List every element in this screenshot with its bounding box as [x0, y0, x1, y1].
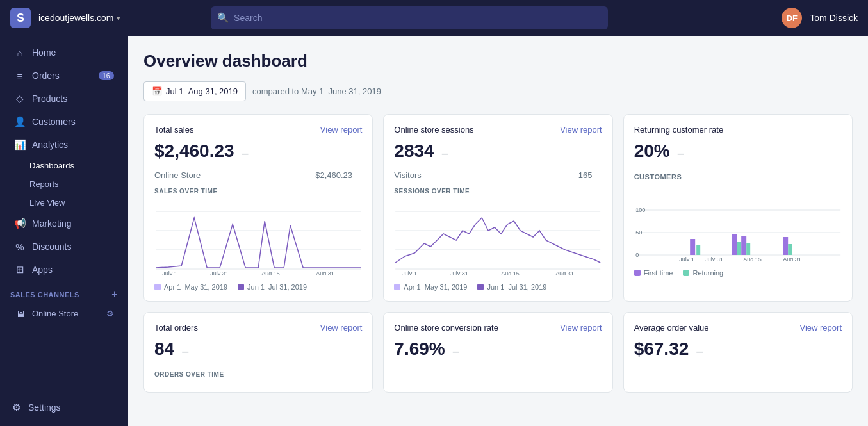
sidebar-label-apps: Apps: [32, 265, 53, 275]
sessions-value: 2834: [394, 141, 434, 161]
products-icon: ◇: [14, 93, 26, 104]
conversion-view-report[interactable]: View report: [560, 323, 602, 332]
svg-rect-23: [732, 234, 737, 255]
avg-order-view-report[interactable]: View report: [799, 323, 842, 332]
total-sales-value: $2,460.23: [154, 141, 234, 161]
visitors-label: Visitors: [394, 170, 421, 180]
sessions-view-report[interactable]: View report: [560, 125, 602, 135]
apps-icon: ⊞: [14, 264, 26, 275]
reports-label: Reports: [29, 179, 59, 189]
shopify-logo: S: [10, 8, 31, 28]
customers-chart-label: CUSTOMERS: [634, 173, 842, 181]
online-store-settings-icon[interactable]: ⚙: [106, 309, 114, 318]
sidebar-item-products[interactable]: ◇ Products: [4, 87, 124, 110]
orders-chart-label: ORDERS OVER TIME: [154, 371, 362, 378]
marketing-icon: 📢: [14, 218, 26, 229]
search-input[interactable]: [211, 6, 608, 29]
sidebar-item-customers[interactable]: 👤 Customers: [4, 110, 124, 133]
sidebar-label-products: Products: [32, 94, 67, 104]
svg-text:Aug 15: Aug 15: [261, 270, 280, 275]
live-view-label: Live View: [29, 198, 65, 208]
svg-rect-26: [696, 245, 700, 255]
svg-text:Aug 15: Aug 15: [501, 270, 520, 275]
online-store-sub-value: $2,460.23: [315, 170, 352, 180]
svg-rect-24: [741, 236, 746, 255]
discounts-icon: %: [14, 241, 26, 252]
sidebar-item-apps[interactable]: ⊞ Apps: [4, 258, 124, 281]
sessions-legend-1: Apr 1–May 31, 2019: [404, 283, 467, 291]
returning-legend-1: First-time: [644, 269, 673, 277]
sidebar-item-analytics[interactable]: 📊 Analytics: [4, 133, 124, 156]
analytics-icon: 📊: [14, 139, 26, 151]
svg-text:Aug 15: Aug 15: [743, 256, 762, 261]
date-range-label: Jul 1–Aug 31, 2019: [166, 86, 238, 96]
total-sales-dash: –: [242, 147, 249, 160]
visitors-dash: –: [597, 170, 602, 180]
sidebar-item-marketing[interactable]: 📢 Marketing: [4, 212, 124, 235]
returning-legend: First-time Returning: [634, 269, 842, 277]
sidebar-item-live-view[interactable]: Live View: [4, 193, 124, 212]
sessions-legend: Apr 1–May 31, 2019 Jun 1–Jul 31, 2019: [394, 283, 602, 291]
sales-channels-label: SALES CHANNELS: [10, 291, 79, 299]
home-icon: ⌂: [14, 47, 26, 58]
svg-text:July 1: July 1: [162, 270, 177, 275]
sales-chart-label: SALES OVER TIME: [154, 188, 362, 195]
search-container: 🔍: [211, 6, 608, 29]
cards-grid: Total sales View report $2,460.23 – Onli…: [143, 114, 853, 393]
sidebar-item-reports[interactable]: Reports: [4, 175, 124, 193]
visitors-value: 165: [578, 170, 593, 180]
settings-icon: ⚙: [10, 402, 22, 413]
svg-text:50: 50: [635, 229, 642, 236]
sidebar-label-orders: Orders: [32, 70, 60, 81]
online-store-sub-label: Online Store: [154, 170, 201, 180]
sales-chart: July 1 July 31 Aug 15 Aug 31: [154, 199, 362, 278]
returning-legend-2: Returning: [692, 269, 723, 277]
avg-order-card: Average order value View report $67.32 –: [623, 312, 853, 393]
svg-rect-29: [788, 244, 792, 255]
orders-icon: ≡: [14, 70, 26, 81]
conversion-card: Online store conversion rate View report…: [383, 312, 612, 393]
svg-text:0: 0: [635, 252, 639, 258]
total-sales-title: Total sales: [154, 125, 193, 135]
sidebar-item-settings[interactable]: ⚙ Settings: [0, 394, 128, 421]
page-title: Overview dashboard: [143, 51, 853, 71]
add-sales-channel-button[interactable]: +: [111, 289, 118, 300]
total-orders-view-report[interactable]: View report: [320, 323, 363, 332]
total-orders-dash: –: [182, 345, 188, 358]
conversion-dash: –: [453, 345, 459, 358]
sidebar-item-home[interactable]: ⌂ Home: [4, 41, 124, 64]
sidebar-label-customers: Customers: [32, 117, 76, 127]
avatar[interactable]: DF: [782, 8, 802, 28]
conversion-title: Online store conversion rate: [394, 323, 498, 332]
conversion-value: 7.69%: [394, 339, 445, 359]
sidebar-item-online-store[interactable]: 🖥 Online Store ⚙: [4, 303, 124, 324]
sessions-chart: July 1 July 31 Aug 15 Aug 31: [394, 199, 602, 278]
settings-label: Settings: [28, 402, 61, 413]
total-orders-card: Total orders View report 84 – ORDERS OVE…: [143, 312, 373, 393]
sessions-title: Online store sessions: [394, 125, 473, 135]
sidebar-item-orders[interactable]: ≡ Orders 16: [4, 64, 124, 87]
svg-rect-28: [746, 243, 750, 255]
total-orders-value: 84: [154, 339, 174, 359]
svg-rect-27: [737, 242, 741, 255]
returning-chart: 100 50 0 July 1 July 3: [634, 184, 842, 264]
total-sales-view-report[interactable]: View report: [320, 125, 363, 135]
sidebar-label-discounts: Discounts: [32, 242, 71, 252]
main-content: Overview dashboard 📅 Jul 1–Aug 31, 2019 …: [128, 36, 868, 426]
avg-order-title: Average order value: [634, 323, 709, 332]
svg-text:Aug 31: Aug 31: [555, 270, 574, 275]
sidebar-item-discounts[interactable]: % Discounts: [4, 235, 124, 258]
date-range-button[interactable]: 📅 Jul 1–Aug 31, 2019: [143, 81, 246, 101]
returning-rate-title: Returning customer rate: [634, 125, 723, 135]
sessions-card: Online store sessions View report 2834 –…: [383, 114, 612, 302]
top-navigation: S icedoutjewells.com ▾ 🔍 DF Tom Dissick: [0, 0, 868, 36]
dashboards-label: Dashboards: [29, 161, 74, 170]
calendar-icon: 📅: [152, 86, 162, 96]
sidebar-item-dashboards[interactable]: Dashboards: [4, 156, 124, 175]
avg-order-dash: –: [696, 345, 703, 358]
orders-badge: 16: [99, 71, 114, 80]
sidebar: ⌂ Home ≡ Orders 16 ◇ Products 👤 Customer…: [0, 36, 128, 426]
sessions-dash: –: [442, 147, 448, 160]
sidebar-label-home: Home: [32, 47, 56, 58]
store-selector[interactable]: icedoutjewells.com ▾: [38, 13, 120, 23]
